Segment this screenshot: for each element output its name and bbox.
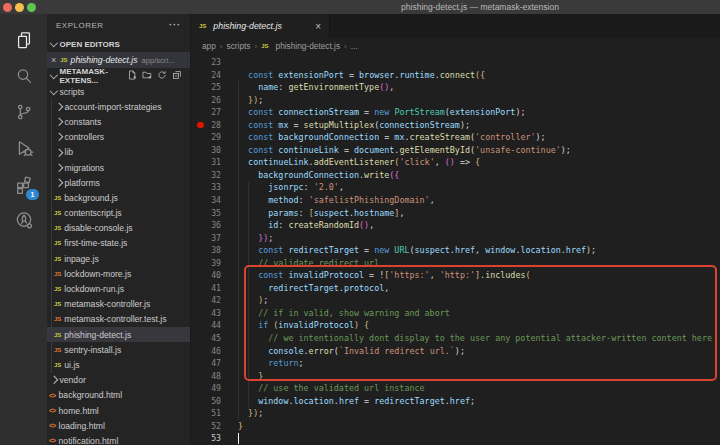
breadcrumb-item[interactable]: phishing-detect.js — [276, 41, 341, 51]
tree-item-metamask-controller-js[interactable]: JSmetamask-controller.js — [47, 297, 190, 312]
activity-run-and-debug-icon[interactable] — [0, 131, 47, 165]
workspace-section[interactable]: METAMASK-EXTENS... — [47, 68, 190, 84]
tree-item-vendor[interactable]: vendor — [47, 373, 190, 388]
minimize-window-button[interactable] — [15, 3, 24, 12]
line-number[interactable]: 48 — [191, 370, 221, 383]
line-number[interactable]: 47 — [191, 357, 221, 370]
code-line-25[interactable]: 25 name: getEnvironmentType(), — [191, 81, 720, 94]
activity-extensions-icon[interactable]: 1 — [0, 167, 47, 201]
activity-explorer-icon[interactable] — [0, 23, 47, 57]
code-line-53[interactable]: 53 — [191, 432, 720, 445]
line-number[interactable]: 32 — [191, 169, 221, 182]
tree-item-phishing-detect-js[interactable]: JSphishing-detect.js — [47, 327, 190, 342]
tree-item-contentscript-js[interactable]: JScontentscript.js — [47, 206, 190, 221]
line-number[interactable]: 35 — [191, 207, 221, 220]
breakpoint-icon[interactable] — [197, 122, 204, 129]
line-number[interactable]: 53 — [191, 432, 221, 445]
tree-item-notification-html[interactable]: <>notification.html — [47, 433, 190, 445]
line-number[interactable]: 43 — [191, 307, 221, 320]
tree-item-sentry-install-js[interactable]: JSsentry-install.js — [47, 342, 190, 357]
code-line-27[interactable]: 27 const connectionStream = new PortStre… — [191, 106, 720, 119]
code-line-35[interactable]: 35 params: [suspect.hostname], — [191, 207, 720, 220]
line-number[interactable]: 52 — [191, 420, 221, 433]
code-line-50[interactable]: 50 window.location.href = redirectTarget… — [191, 395, 720, 408]
tree-item-loading-html[interactable]: <>loading.html — [47, 418, 190, 433]
tree-item-platforms[interactable]: platforms — [47, 175, 190, 190]
activity-search-icon[interactable] — [0, 59, 47, 93]
line-number[interactable]: 24 — [191, 69, 221, 82]
code-line-23[interactable]: 23 — [191, 56, 720, 69]
tree-item-lockdown-run-js[interactable]: JSlockdown-run.js — [47, 281, 190, 296]
code-line-26[interactable]: 26 }); — [191, 94, 720, 107]
open-editors-section[interactable]: OPEN EDITORS — [47, 36, 190, 52]
tree-item-ui-js[interactable]: JSui.js — [47, 357, 190, 372]
activity-tool-circle-icon[interactable] — [0, 203, 47, 237]
line-number[interactable]: 41 — [191, 282, 221, 295]
new-file-icon[interactable] — [127, 70, 137, 82]
tree-item-controllers[interactable]: controllers — [47, 130, 190, 145]
code-line-28[interactable]: 28 const mx = setupMultiplex(connectionS… — [191, 119, 720, 132]
tree-item-lockdown-more-js[interactable]: JSlockdown-more.js — [47, 266, 190, 281]
tree-item-inpage-js[interactable]: JSinpage.js — [47, 251, 190, 266]
code-line-34[interactable]: 34 method: 'safelistPhishingDomain', — [191, 194, 720, 207]
open-editor-item[interactable]: × JS phishing-detect.js app/scri... — [47, 52, 190, 68]
line-number[interactable]: 39 — [191, 257, 221, 270]
line-number[interactable]: 46 — [191, 345, 221, 358]
line-number[interactable]: 45 — [191, 332, 221, 345]
code-line-31[interactable]: 31 continueLink.addEventListener('click'… — [191, 156, 720, 169]
code-line-24[interactable]: 24 const extensionPort = browser.runtime… — [191, 69, 720, 82]
code-line-29[interactable]: 29 const backgroundConnection = mx.creat… — [191, 131, 720, 144]
tree-item-disable-console-js[interactable]: JSdisable-console.js — [47, 221, 190, 236]
code-line-36[interactable]: 36 id: createRandomId(), — [191, 219, 720, 232]
code-line-32[interactable]: 32 backgroundConnection.write({ — [191, 169, 720, 182]
tree-item-background-html[interactable]: <>background.html — [47, 388, 190, 403]
line-number[interactable]: 34 — [191, 194, 221, 207]
line-number[interactable]: 26 — [191, 94, 221, 107]
more-actions-icon[interactable]: ··· — [169, 20, 181, 30]
line-number[interactable]: 27 — [191, 106, 221, 119]
line-number[interactable]: 23 — [191, 56, 221, 69]
line-number[interactable]: 49 — [191, 382, 221, 395]
zoom-window-button[interactable] — [27, 3, 36, 12]
line-number[interactable]: 36 — [191, 219, 221, 232]
line-number[interactable]: 50 — [191, 395, 221, 408]
line-number[interactable]: 30 — [191, 144, 221, 157]
tree-item-lib[interactable]: lib — [47, 145, 190, 160]
refresh-icon[interactable] — [157, 70, 167, 82]
tree-item-metamask-controller-test-js[interactable]: JSmetamask-controller.test.js — [47, 312, 190, 327]
tab-phishing-detect[interactable]: JS phishing-detect.js × — [191, 14, 330, 38]
line-number[interactable]: 40 — [191, 269, 221, 282]
code-line-37[interactable]: 37 }); — [191, 232, 720, 245]
line-number[interactable]: 37 — [191, 232, 221, 245]
breadcrumb-item[interactable]: ... — [351, 41, 358, 51]
line-number[interactable]: 31 — [191, 156, 221, 169]
tree-item-constants[interactable]: constants — [47, 114, 190, 129]
breadcrumb-item[interactable]: scripts — [227, 41, 251, 51]
breadcrumb-item[interactable]: app — [202, 41, 216, 51]
line-number[interactable]: 44 — [191, 319, 221, 332]
tree-item-account-import-strategies[interactable]: account-import-strategies — [47, 99, 190, 114]
code-editor[interactable]: 2324 const extensionPort = browser.runti… — [191, 54, 720, 445]
code-line-30[interactable]: 30 const continueLink = document.getElem… — [191, 144, 720, 157]
code-line-51[interactable]: 51 }); — [191, 407, 720, 420]
code-line-38[interactable]: 38 const redirectTarget = new URL(suspec… — [191, 244, 720, 257]
tree-item-first-time-state-js[interactable]: JSfirst-time-state.js — [47, 236, 190, 251]
code-line-33[interactable]: 33 jsonrpc: '2.0', — [191, 181, 720, 194]
code-line-49[interactable]: 49 // use the validated url instance — [191, 382, 720, 395]
tree-item-background-js[interactable]: JSbackground.js — [47, 190, 190, 205]
line-number[interactable]: 28 — [191, 119, 221, 132]
line-number[interactable]: 29 — [191, 131, 221, 144]
line-number[interactable]: 25 — [191, 81, 221, 94]
code-line-52[interactable]: 52} — [191, 420, 720, 433]
close-icon[interactable]: × — [51, 55, 56, 65]
tab-close-icon[interactable]: × — [315, 21, 321, 32]
line-number[interactable]: 33 — [191, 181, 221, 194]
new-folder-icon[interactable] — [142, 70, 152, 82]
line-number[interactable]: 38 — [191, 244, 221, 257]
line-number[interactable]: 42 — [191, 294, 221, 307]
close-window-button[interactable] — [3, 3, 12, 12]
collapse-all-icon[interactable] — [172, 70, 182, 82]
line-number[interactable]: 51 — [191, 407, 221, 420]
activity-source-control-icon[interactable] — [0, 95, 47, 129]
tree-item-home-html[interactable]: <>home.html — [47, 403, 190, 418]
